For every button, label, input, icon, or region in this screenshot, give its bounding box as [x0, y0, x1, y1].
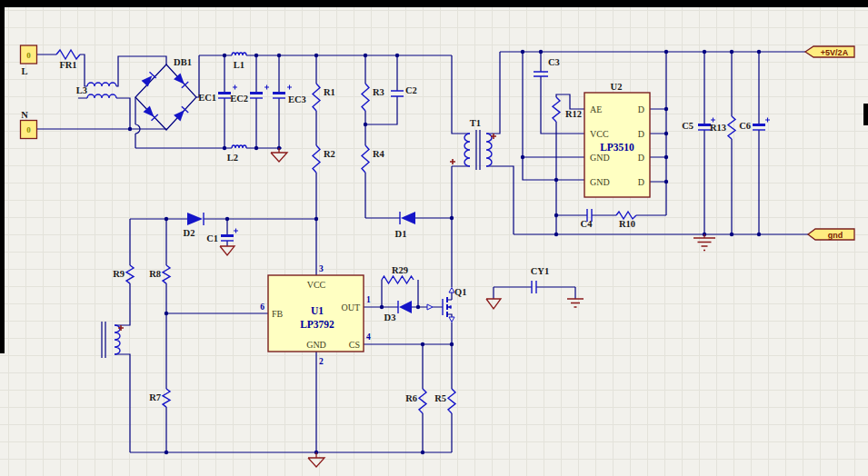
aux-winding[interactable] [102, 322, 124, 358]
resistor-R3[interactable]: R3 [362, 84, 384, 111]
resistor-R8[interactable]: R8 [149, 265, 170, 283]
diode-D2[interactable]: D2 [184, 213, 204, 238]
label-db1: DB1 [174, 57, 192, 67]
port-gnd[interactable]: gnd [808, 229, 854, 240]
resistor-R12[interactable]: R12 [553, 97, 582, 122]
label-l3: L3 [76, 85, 87, 95]
schematic-canvas[interactable]: FR1 L3 DB1 EC1 EC2 [0, 0, 868, 476]
port-l-label: L [21, 66, 27, 76]
port-vout-label: +5V/2A [821, 48, 849, 57]
resistor-R4[interactable]: R4 [362, 145, 385, 173]
u1-pinnum-6: 6 [260, 302, 264, 312]
u2-pin-vcc: VCC [590, 129, 609, 139]
label-cy1: CY1 [531, 266, 549, 276]
label-r1: R1 [324, 87, 335, 97]
u1-pinnum-1: 1 [366, 295, 371, 304]
choke-L3[interactable]: L3 [76, 83, 116, 98]
resistor-R7[interactable]: R7 [149, 389, 170, 407]
label-r6: R6 [405, 393, 417, 403]
u1-part: LP3792 [300, 319, 334, 330]
transformer-T1[interactable]: T1 [450, 118, 496, 170]
label-d3: D3 [384, 312, 396, 322]
u1-pinnum-3: 3 [319, 264, 324, 273]
port-L[interactable]: 0 L [21, 45, 37, 76]
port-n-label: N [21, 110, 28, 120]
cap-EC2[interactable]: EC2 [230, 85, 269, 104]
chip-U2[interactable]: U2 LP3510 AE VCC GND GND D D D D [584, 82, 650, 197]
resistor-R9[interactable]: R9 [113, 265, 134, 283]
u1-pin-out: OUT [341, 302, 360, 312]
diode-D3[interactable]: D3 [382, 301, 418, 322]
port-l-value: 0 [26, 51, 31, 60]
label-r10: R10 [619, 219, 635, 229]
u2-ref: U2 [611, 82, 623, 92]
port-N[interactable]: 0 N [21, 110, 37, 139]
label-c2: C2 [405, 85, 417, 95]
port-vout[interactable]: +5V/2A [805, 46, 854, 57]
label-c1: C1 [206, 233, 218, 243]
label-t1: T1 [470, 118, 481, 128]
label-l2: L2 [227, 153, 238, 163]
cap-C6[interactable]: C6 [739, 118, 770, 132]
label-r8: R8 [149, 269, 161, 279]
port-gnd-label: gnd [828, 231, 843, 240]
label-ec2: EC2 [230, 94, 248, 104]
label-r12: R12 [565, 109, 582, 119]
resistor-R1[interactable]: R1 [313, 84, 335, 111]
label-r2: R2 [324, 149, 335, 159]
diode-D1[interactable]: D1 [395, 212, 415, 239]
label-r9: R9 [113, 269, 125, 279]
label-c3: C3 [548, 57, 560, 67]
cap-EC3[interactable]: EC3 [273, 85, 306, 105]
label-r5: R5 [434, 393, 446, 403]
u1-pin-fb: FB [272, 309, 284, 319]
u1-pin-cs: CS [349, 340, 360, 350]
resistor-R10[interactable]: R10 [616, 212, 636, 229]
cap-C1[interactable]: C1 [206, 229, 238, 244]
u2-pin-d3: D [638, 153, 644, 163]
u2-pin-gnd1: GND [590, 153, 610, 163]
cap-C2[interactable]: C2 [391, 85, 417, 96]
u2-pin-d4: D [638, 177, 644, 187]
u2-pin-gnd2: GND [590, 177, 610, 187]
u2-pin-d2: D [638, 129, 644, 139]
chip-U1[interactable]: VCC FB OUT CS GND U1 LP3792 3 6 1 4 2 [260, 264, 371, 366]
cap-CY1[interactable]: CY1 [531, 266, 549, 293]
mosfet-Q1[interactable]: Q1 [427, 287, 466, 322]
resistor-R6[interactable]: R6 [405, 389, 426, 413]
cap-C3[interactable]: C3 [534, 57, 560, 76]
resistor-R5[interactable]: R5 [434, 389, 455, 413]
label-q1: Q1 [454, 287, 466, 297]
label-fr1: FR1 [59, 60, 76, 70]
u2-pin-d1: D [638, 104, 644, 114]
label-r13: R13 [710, 123, 726, 133]
bridge-DB1[interactable]: DB1 [135, 57, 196, 130]
label-ec1: EC1 [198, 93, 216, 103]
resistor-R2[interactable]: R2 [313, 145, 335, 173]
u1-pinnum-4: 4 [366, 332, 371, 342]
cap-C4[interactable]: C4 [581, 209, 594, 229]
resistor-R29[interactable]: R29 [382, 265, 414, 283]
label-c6: C6 [739, 121, 751, 131]
fuse-FR1[interactable]: FR1 [56, 50, 80, 70]
label-r7: R7 [149, 392, 161, 402]
label-ec3: EC3 [288, 94, 306, 104]
u2-pin-ae: AE [590, 104, 602, 114]
u1-ref: U1 [311, 305, 324, 316]
label-r3: R3 [373, 87, 384, 97]
label-d2: D2 [184, 228, 195, 238]
label-l1: L1 [234, 60, 244, 70]
u1-pin-gnd: GND [306, 340, 326, 350]
label-c5: C5 [682, 121, 693, 131]
port-n-value: 0 [26, 125, 31, 134]
inductor-L1[interactable]: L1 [232, 53, 246, 70]
label-d1: D1 [395, 229, 407, 239]
schematic-drawing: FR1 L3 DB1 EC1 EC2 [0, 0, 868, 476]
label-r29: R29 [392, 265, 408, 275]
label-c4: C4 [581, 219, 594, 229]
u1-pin-vcc: VCC [307, 280, 326, 290]
u1-pinnum-2: 2 [319, 357, 324, 366]
u2-part: LP3510 [600, 142, 634, 153]
label-r4: R4 [373, 149, 385, 159]
